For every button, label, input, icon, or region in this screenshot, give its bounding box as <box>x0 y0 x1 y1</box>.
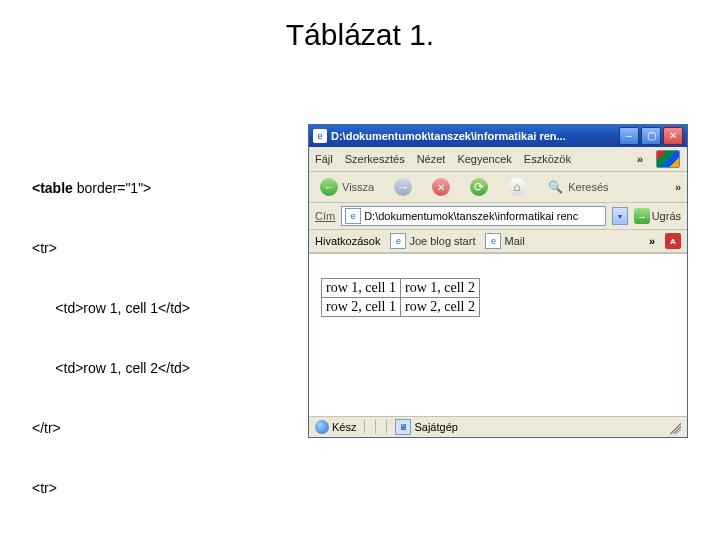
stop-icon <box>432 178 450 196</box>
table-row: row 1, cell 1 row 1, cell 2 <box>322 279 480 298</box>
code-line: <td>row 1, cell 2</td> <box>32 358 190 378</box>
code-line: <td>row 1, cell 1</td> <box>32 298 190 318</box>
minimize-button[interactable]: – <box>619 127 639 145</box>
code-line: </tr> <box>32 418 190 438</box>
close-button[interactable]: ✕ <box>663 127 683 145</box>
menu-bar: Fájl Szerkesztés Nézet Kegyencek Eszközö… <box>309 147 687 172</box>
home-icon <box>508 178 526 196</box>
code-line: <tr> <box>32 478 190 498</box>
go-button[interactable]: Ugrás <box>634 208 681 224</box>
menu-favorites[interactable]: Kegyencek <box>457 153 511 165</box>
address-input[interactable]: e D:\dokumentumok\tanszek\informatikai r… <box>341 206 605 226</box>
ie-icon: e <box>313 129 327 143</box>
code-token: <table <box>32 180 73 196</box>
search-label: Keresés <box>568 181 608 193</box>
address-value: D:\dokumentumok\tanszek\informatikai ren… <box>364 210 578 222</box>
menu-tools[interactable]: Eszközök <box>524 153 571 165</box>
address-dropdown-icon[interactable]: ▾ <box>612 207 628 225</box>
maximize-button[interactable]: ▢ <box>641 127 661 145</box>
page-icon: e <box>390 233 406 249</box>
refresh-icon <box>470 178 488 196</box>
address-label: Cím <box>315 210 335 222</box>
computer-icon: 🖥 <box>395 419 411 435</box>
menu-edit[interactable]: Szerkesztés <box>345 153 405 165</box>
links-item[interactable]: e Joe blog start <box>390 233 475 249</box>
slide-title: Táblázat 1. <box>0 18 720 52</box>
forward-arrow-icon <box>394 178 412 196</box>
resize-grip-icon[interactable] <box>667 420 681 434</box>
forward-button[interactable] <box>389 175 417 199</box>
back-button[interactable]: Vissza <box>315 175 379 199</box>
status-zone: Sajátgép <box>414 421 457 433</box>
links-item[interactable]: e Mail <box>485 233 524 249</box>
separator <box>386 420 387 434</box>
globe-icon <box>315 420 329 434</box>
refresh-button[interactable] <box>465 175 493 199</box>
table-cell: row 1, cell 2 <box>400 279 479 298</box>
address-bar: Cím e D:\dokumentumok\tanszek\informatik… <box>309 203 687 230</box>
menu-overflow-icon[interactable]: » <box>637 153 643 165</box>
windows-logo-icon <box>655 149 681 169</box>
page-content: row 1, cell 1 row 1, cell 2 row 2, cell … <box>309 253 687 416</box>
stop-button[interactable] <box>427 175 455 199</box>
links-item-label: Mail <box>504 235 524 247</box>
links-bar: Hivatkozások e Joe blog start e Mail » A <box>309 230 687 253</box>
separator <box>364 420 365 434</box>
code-token: border="1"> <box>73 180 151 196</box>
toolbar-overflow-icon[interactable]: » <box>675 181 681 193</box>
page-icon: e <box>485 233 501 249</box>
code-line: <tr> <box>32 238 190 258</box>
links-overflow-icon[interactable]: » <box>649 235 655 247</box>
html-code-example: <table border="1"> <tr> <td>row 1, cell … <box>32 138 190 540</box>
page-icon: e <box>345 208 361 224</box>
navigation-toolbar: Vissza Keresés » <box>309 172 687 203</box>
separator <box>375 420 376 434</box>
pdf-icon[interactable]: A <box>665 233 681 249</box>
back-label: Vissza <box>342 181 374 193</box>
table-cell: row 2, cell 1 <box>322 298 401 317</box>
status-text: Kész <box>332 421 356 433</box>
status-bar: Kész 🖥 Sajátgép <box>309 416 687 437</box>
rendered-table: row 1, cell 1 row 1, cell 2 row 2, cell … <box>321 278 480 317</box>
menu-view[interactable]: Nézet <box>417 153 446 165</box>
go-label: Ugrás <box>652 210 681 222</box>
back-arrow-icon <box>320 178 338 196</box>
links-item-label: Joe blog start <box>409 235 475 247</box>
search-icon <box>546 178 564 196</box>
window-title: D:\dokumentumok\tanszek\informatikai ren… <box>331 130 615 142</box>
home-button[interactable] <box>503 175 531 199</box>
search-button[interactable]: Keresés <box>541 175 613 199</box>
table-row: row 2, cell 1 row 2, cell 2 <box>322 298 480 317</box>
table-cell: row 2, cell 2 <box>400 298 479 317</box>
go-arrow-icon <box>634 208 650 224</box>
menu-file[interactable]: Fájl <box>315 153 333 165</box>
table-cell: row 1, cell 1 <box>322 279 401 298</box>
links-label: Hivatkozások <box>315 235 380 247</box>
browser-window: e D:\dokumentumok\tanszek\informatikai r… <box>308 124 688 438</box>
window-titlebar[interactable]: e D:\dokumentumok\tanszek\informatikai r… <box>309 125 687 147</box>
